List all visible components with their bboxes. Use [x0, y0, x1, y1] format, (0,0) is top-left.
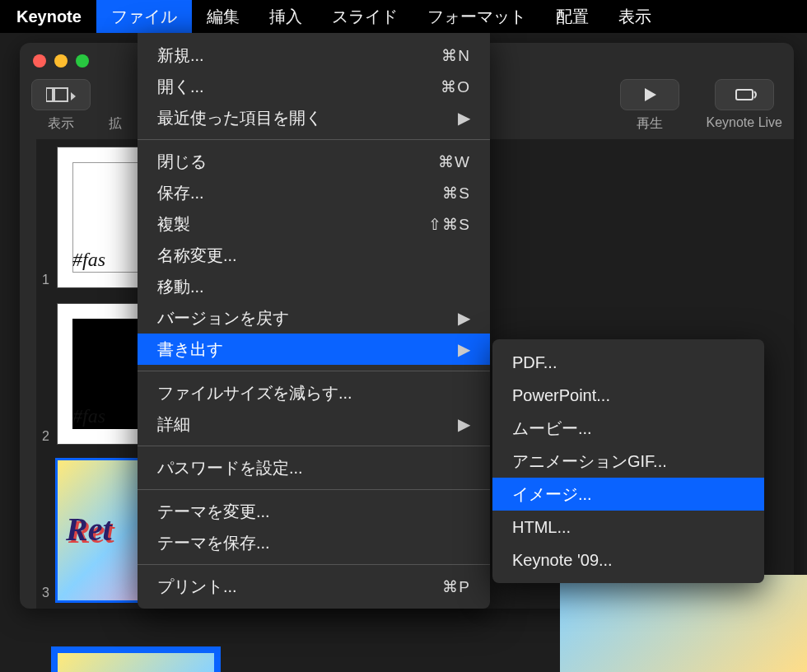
menu-item-label: 開く... [157, 76, 204, 98]
menu-item[interactable]: 新規...⌘N [138, 40, 490, 71]
menu-item-label: 移動... [157, 276, 204, 298]
submenu-item[interactable]: Keynote '09... [492, 544, 764, 576]
menu-item[interactable]: 開く...⌘O [138, 71, 490, 102]
menu-item-label: 書き出す [157, 338, 223, 361]
menu-separator [138, 489, 490, 490]
menu-shortcut: ⌘S [442, 184, 470, 203]
play-icon [641, 86, 658, 103]
menu-item-label: 最近使った項目を開く [157, 107, 322, 129]
menu-item-label: 名称変更... [157, 245, 237, 267]
menu-separator [138, 139, 490, 140]
submenu-item[interactable]: HTML... [492, 511, 764, 544]
menu-edit[interactable]: 編集 [192, 0, 254, 33]
slide-number: 3 [36, 586, 49, 600]
view-button[interactable] [31, 79, 91, 110]
menu-view[interactable]: 表示 [604, 0, 666, 33]
menu-item-label: 複製 [157, 213, 190, 236]
view-label: 表示 [48, 115, 74, 133]
menu-shortcut: ⌘N [441, 46, 470, 65]
keynote-live-button[interactable] [715, 79, 774, 110]
menu-item-label: テーマを保存... [157, 532, 270, 554]
menu-item-label: ファイルサイズを減らす... [157, 382, 352, 404]
menu-item-label: バージョンを戻す [157, 307, 289, 329]
submenu-item[interactable]: イメージ... [492, 478, 764, 511]
menu-shortcut: ⇧⌘S [428, 215, 470, 234]
menu-item[interactable]: 複製⇧⌘S [138, 208, 490, 240]
menu-item[interactable]: 閉じる⌘W [138, 146, 490, 177]
menu-item[interactable]: テーマを保存... [138, 527, 490, 558]
menu-shortcut: ⌘P [442, 577, 470, 596]
menu-item-label: 新規... [157, 44, 204, 67]
toolbar-zoom-group: 拡 [109, 79, 122, 133]
broadcast-icon [730, 86, 759, 103]
menu-item-label: 詳細 [157, 413, 190, 436]
menu-item-label: パスワードを設定... [157, 457, 303, 479]
slide-thumb-4[interactable] [58, 653, 214, 672]
menu-format[interactable]: フォーマット [413, 0, 541, 33]
menu-item[interactable]: 書き出す▶ [138, 334, 490, 365]
thumb-text: Ret [66, 510, 112, 548]
submenu-item[interactable]: アニメーションGIF... [492, 445, 764, 478]
thumb-text: #fas [72, 405, 105, 427]
submenu-arrow-icon: ▶ [458, 414, 470, 434]
export-submenu: PDF...PowerPoint...ムービー...アニメーションGIF...イ… [492, 339, 764, 583]
menu-item-label: プリント... [157, 576, 237, 598]
submenu-item[interactable]: PowerPoint... [492, 379, 764, 412]
menu-separator [138, 371, 490, 371]
menu-shortcut: ⌘W [438, 152, 470, 171]
thumb-text: #fas [72, 249, 105, 271]
menu-item[interactable]: テーマを変更... [138, 496, 490, 527]
menu-slide[interactable]: スライド [317, 0, 413, 33]
close-button[interactable] [33, 54, 46, 68]
svg-rect-2 [736, 90, 753, 100]
menu-item-label: 閉じる [157, 151, 207, 173]
menu-file[interactable]: ファイル [96, 0, 192, 33]
submenu-item[interactable]: PDF... [492, 346, 764, 379]
menu-item[interactable]: パスワードを設定... [138, 452, 490, 483]
menu-item[interactable]: ファイルサイズを減らす... [138, 377, 490, 408]
svg-rect-1 [54, 88, 68, 101]
menu-item[interactable]: 保存...⌘S [138, 177, 490, 208]
menu-arrange[interactable]: 配置 [541, 0, 604, 33]
file-menu-dropdown: 新規...⌘N開く...⌘O最近使った項目を開く▶閉じる⌘W保存...⌘S複製⇧… [138, 33, 490, 609]
slide-number: 1 [36, 273, 49, 287]
menu-separator [138, 446, 490, 446]
menu-separator [138, 564, 490, 565]
keynote-live-label: Keynote Live [706, 115, 782, 130]
play-label: 再生 [637, 115, 663, 133]
menubar: Keynote ファイル 編集 挿入 スライド フォーマット 配置 表示 [0, 0, 807, 33]
menu-shortcut: ⌘O [441, 77, 470, 96]
view-icon [46, 86, 76, 103]
menu-item[interactable]: 最近使った項目を開く▶ [138, 102, 490, 133]
zoom-label: 拡 [109, 115, 122, 133]
app-name[interactable]: Keynote [8, 7, 96, 26]
menu-item-label: テーマを変更... [157, 501, 270, 523]
menu-item[interactable]: バージョンを戻す▶ [138, 302, 490, 334]
menu-item[interactable]: プリント...⌘P [138, 571, 490, 602]
submenu-arrow-icon: ▶ [458, 308, 470, 328]
toolbar-view-group: 表示 [31, 79, 91, 133]
menu-item-label: 保存... [157, 182, 204, 204]
play-button[interactable] [620, 79, 679, 110]
menu-item[interactable]: 名称変更... [138, 240, 490, 271]
submenu-arrow-icon: ▶ [458, 339, 470, 359]
current-slide-canvas[interactable] [560, 575, 807, 672]
zoom-button[interactable] [76, 54, 89, 68]
menu-insert[interactable]: 挿入 [254, 0, 317, 33]
toolbar-live-group: Keynote Live [706, 79, 782, 130]
svg-rect-0 [46, 88, 53, 101]
submenu-item[interactable]: ムービー... [492, 412, 764, 445]
menu-item[interactable]: 移動... [138, 271, 490, 302]
slide-number: 2 [36, 429, 49, 444]
submenu-arrow-icon: ▶ [458, 108, 470, 128]
toolbar-play-group: 再生 [620, 79, 679, 133]
menu-item[interactable]: 詳細▶ [138, 408, 490, 440]
minimize-button[interactable] [54, 54, 68, 68]
